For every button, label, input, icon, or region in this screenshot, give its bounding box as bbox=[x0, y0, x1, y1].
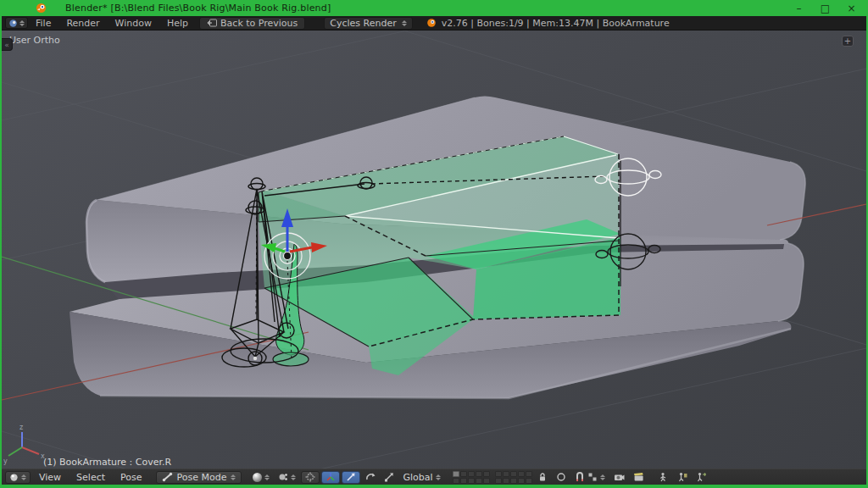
maximize-button[interactable]: □ bbox=[812, 0, 838, 16]
menu-file[interactable]: File bbox=[28, 18, 58, 29]
proportional-edit-select[interactable] bbox=[553, 471, 570, 484]
orientation-select[interactable]: Global bbox=[399, 471, 443, 484]
layer-cell[interactable] bbox=[510, 478, 517, 484]
scene-3d: z x y bbox=[2, 30, 866, 469]
layer-cell[interactable] bbox=[526, 478, 532, 484]
toolshelf-expand-tab[interactable]: « bbox=[2, 38, 13, 51]
render-engine-select[interactable]: Cycles Render bbox=[324, 17, 412, 30]
pose-mode-icon bbox=[162, 472, 173, 482]
layer-cell[interactable] bbox=[468, 478, 475, 484]
shading-solid-icon bbox=[253, 473, 262, 482]
mini-axis-gizmo: z x y bbox=[3, 424, 45, 465]
opengl-render-still-button[interactable] bbox=[610, 471, 628, 484]
manipulator-translate-button[interactable] bbox=[342, 471, 360, 484]
manipulator-axes-icon bbox=[326, 472, 336, 482]
snap-toggle[interactable] bbox=[571, 471, 609, 484]
layer-cell[interactable] bbox=[460, 471, 467, 477]
pose-paste-button[interactable] bbox=[674, 471, 691, 484]
viewport-3d[interactable]: z x y User Ortho (1) BookArmature : Cove… bbox=[2, 30, 866, 469]
properties-expand-tab[interactable]: + bbox=[842, 36, 854, 47]
opengl-render-anim-button[interactable] bbox=[630, 471, 648, 484]
clapperboard-icon bbox=[633, 472, 644, 482]
menu-select[interactable]: Select bbox=[70, 472, 112, 483]
lock-to-scene-toggle[interactable] bbox=[534, 471, 551, 484]
layer-cell[interactable] bbox=[460, 478, 467, 484]
blender-logo-icon bbox=[426, 18, 437, 28]
menu-pose[interactable]: Pose bbox=[114, 472, 148, 483]
render-camera-icon bbox=[614, 472, 625, 482]
scale-manipulator-icon bbox=[384, 472, 394, 482]
layer-cell[interactable] bbox=[495, 471, 502, 477]
pose-paste-icon bbox=[677, 472, 687, 482]
viewport-shading-select[interactable] bbox=[249, 471, 273, 484]
status-stats: v2.76 | Bones:1/9 | Mem:13.47M | BookArm… bbox=[426, 18, 670, 29]
window-title: Blender* [B:\Blend Files\Book Rig\Main B… bbox=[65, 3, 331, 14]
info-header: File Render Window Help Back to Previous… bbox=[2, 16, 866, 30]
dropdown-arrows-icon bbox=[264, 474, 270, 480]
snap-magnet-icon bbox=[575, 472, 585, 482]
title-bar: Blender* [B:\Blend Files\Book Rig\Main B… bbox=[0, 0, 868, 16]
layer-cell[interactable] bbox=[503, 478, 509, 484]
blender-window: Blender* [B:\Blend Files\Book Rig\Main B… bbox=[0, 0, 868, 488]
proportional-edit-icon bbox=[556, 472, 566, 482]
axis-z-label: z bbox=[19, 424, 23, 431]
layer-cell[interactable] bbox=[468, 471, 475, 477]
menu-render[interactable]: Render bbox=[58, 18, 107, 29]
layer-cell[interactable] bbox=[483, 471, 490, 477]
manipulator-rotate-button[interactable] bbox=[362, 471, 379, 484]
layer-cell[interactable] bbox=[453, 471, 459, 477]
active-bone-status: (1) BookArmature : Cover.R bbox=[43, 457, 171, 468]
dropdown-arrows-icon bbox=[436, 474, 441, 480]
pose-paste-flipped-icon bbox=[696, 472, 706, 482]
layer-cell[interactable] bbox=[518, 478, 525, 484]
pivot-point-select[interactable] bbox=[275, 471, 299, 484]
dropdown-arrows-icon bbox=[402, 20, 407, 26]
dropdown-arrows-icon bbox=[600, 474, 605, 480]
manipulator-scale-button[interactable] bbox=[381, 471, 398, 484]
center-points-icon bbox=[305, 472, 315, 482]
lock-icon bbox=[537, 472, 548, 482]
pose-paste-flipped-button[interactable] bbox=[693, 471, 709, 484]
pivot-point-icon bbox=[278, 472, 288, 482]
minimize-button[interactable]: – bbox=[786, 0, 812, 16]
orientation-label: Global bbox=[403, 472, 432, 483]
menu-window[interactable]: Window bbox=[108, 18, 159, 29]
layers-widget[interactable] bbox=[453, 471, 532, 484]
view-name-label: User Ortho bbox=[9, 35, 60, 46]
translate-manipulator-icon bbox=[346, 472, 356, 482]
close-button[interactable]: × bbox=[838, 0, 865, 16]
mode-label: Pose Mode bbox=[177, 472, 227, 483]
dropdown-arrows-icon bbox=[291, 474, 296, 480]
menu-help[interactable]: Help bbox=[159, 18, 196, 29]
layer-cell[interactable] bbox=[510, 471, 517, 477]
editor-type-3dview-button[interactable] bbox=[5, 471, 31, 484]
layer-cell[interactable] bbox=[476, 478, 482, 484]
rotate-manipulator-icon bbox=[365, 472, 376, 482]
info-editor-icon bbox=[8, 19, 18, 28]
manipulator-toggle[interactable] bbox=[321, 471, 340, 484]
layer-cell[interactable] bbox=[453, 478, 459, 484]
dropdown-arrows-icon bbox=[231, 474, 236, 480]
layer-cell[interactable] bbox=[503, 471, 509, 477]
layer-cell[interactable] bbox=[483, 478, 490, 484]
stats-text: v2.76 | Bones:1/9 | Mem:13.47M | BookArm… bbox=[442, 18, 670, 29]
layer-cell[interactable] bbox=[476, 471, 482, 477]
menu-view[interactable]: View bbox=[32, 472, 68, 483]
manipulate-centers-toggle[interactable] bbox=[301, 471, 320, 484]
layer-cell[interactable] bbox=[518, 471, 525, 477]
pose-copy-icon bbox=[659, 472, 669, 482]
blender-logo-icon bbox=[36, 3, 47, 14]
editor-type-info-button[interactable] bbox=[5, 17, 28, 29]
editor-3dview-icon bbox=[9, 473, 19, 482]
snap-element-icon bbox=[587, 472, 598, 482]
render-engine-label: Cycles Render bbox=[330, 18, 396, 29]
layer-cell[interactable] bbox=[495, 478, 502, 484]
dropdown-arrows-icon bbox=[21, 474, 26, 480]
pose-copy-button[interactable] bbox=[655, 471, 672, 484]
back-to-previous-button[interactable]: Back to Previous bbox=[199, 17, 305, 30]
mode-select[interactable]: Pose Mode bbox=[156, 471, 242, 484]
back-to-previous-label: Back to Previous bbox=[220, 18, 298, 29]
layer-cell[interactable] bbox=[526, 471, 532, 477]
screen-back-icon bbox=[207, 19, 217, 27]
dropdown-arrows-icon bbox=[19, 20, 25, 26]
